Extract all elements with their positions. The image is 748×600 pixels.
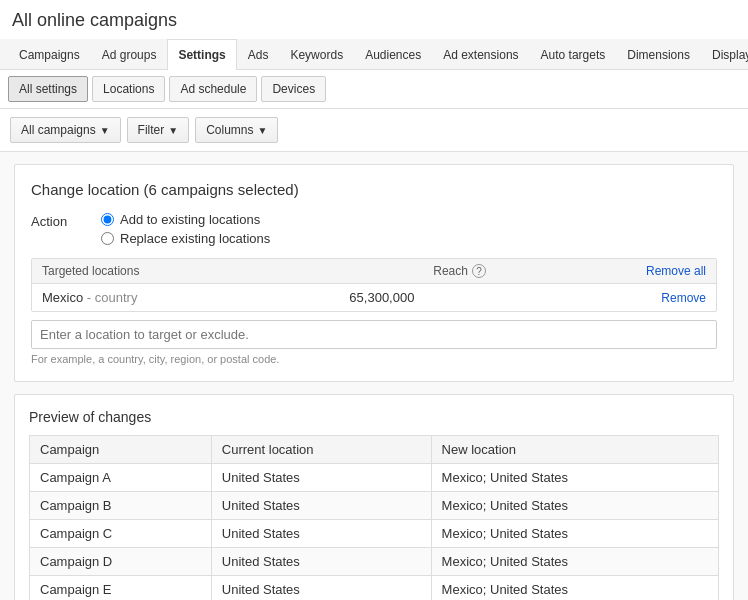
filter-label: Filter <box>138 123 165 137</box>
top-nav-tab-campaigns[interactable]: Campaigns <box>8 39 91 70</box>
top-nav-tab-ad-groups[interactable]: Ad groups <box>91 39 168 70</box>
cell-campaign: Campaign E <box>30 576 212 601</box>
cell-current: United States <box>211 548 431 576</box>
preview-table-body: Campaign AUnited StatesMexico; United St… <box>30 464 719 601</box>
cell-current: United States <box>211 464 431 492</box>
sub-nav-tab-locations[interactable]: Locations <box>92 76 165 102</box>
change-location-panel: Change location (6 campaigns selected) A… <box>14 164 734 382</box>
cell-campaign: Campaign A <box>30 464 212 492</box>
location-input[interactable] <box>31 320 717 349</box>
top-nav-tab-keywords[interactable]: Keywords <box>279 39 354 70</box>
reach-label: Reach <box>433 264 468 278</box>
cell-current: United States <box>211 492 431 520</box>
targeted-locations-header: Targeted locations <box>42 264 139 278</box>
cell-campaign: Campaign D <box>30 548 212 576</box>
top-nav-tab-auto-targets[interactable]: Auto targets <box>530 39 617 70</box>
top-nav-tab-audiences[interactable]: Audiences <box>354 39 432 70</box>
all-campaigns-label: All campaigns <box>21 123 96 137</box>
top-nav-tab-ad-extensions[interactable]: Ad extensions <box>432 39 529 70</box>
top-nav-tabs: CampaignsAd groupsSettingsAdsKeywordsAud… <box>8 39 748 69</box>
col-header-campaign: Campaign <box>30 436 212 464</box>
cell-campaign: Campaign C <box>30 520 212 548</box>
cell-campaign: Campaign B <box>30 492 212 520</box>
preview-section: Preview of changes Campaign Current loca… <box>14 394 734 600</box>
radio-replace[interactable]: Replace existing locations <box>101 231 270 246</box>
columns-button[interactable]: Columns ▼ <box>195 117 278 143</box>
sub-nav-tab-ad-schedule[interactable]: Ad schedule <box>169 76 257 102</box>
input-hint: For example, a country, city, region, or… <box>31 353 717 365</box>
col-header-current: Current location <box>211 436 431 464</box>
radio-add[interactable]: Add to existing locations <box>101 212 270 227</box>
reach-help-icon[interactable]: ? <box>472 264 486 278</box>
location-name: Mexico - country <box>42 290 137 305</box>
main-content: Change location (6 campaigns selected) A… <box>0 152 748 600</box>
radio-replace-label: Replace existing locations <box>120 231 270 246</box>
remove-location-link[interactable]: Remove <box>661 291 706 305</box>
cell-current: United States <box>211 520 431 548</box>
sub-nav-tabs: All settingsLocationsAd scheduleDevices <box>8 76 326 102</box>
top-nav: CampaignsAd groupsSettingsAdsKeywordsAud… <box>0 39 748 70</box>
preview-table: Campaign Current location New location C… <box>29 435 719 600</box>
top-nav-tab-ads[interactable]: Ads <box>237 39 280 70</box>
panel-title: Change location (6 campaigns selected) <box>31 181 717 198</box>
location-reach: 65,300,000 <box>349 290 449 305</box>
reach-header: Reach ? <box>433 264 486 278</box>
columns-label: Columns <box>206 123 253 137</box>
top-nav-tab-dimensions[interactable]: Dimensions <box>616 39 701 70</box>
action-label: Action <box>31 212 101 229</box>
cell-new: Mexico; United States <box>431 520 718 548</box>
top-nav-tab-settings[interactable]: Settings <box>167 39 236 70</box>
radio-add-label: Add to existing locations <box>120 212 260 227</box>
locations-table-header: Targeted locations Reach ? Remove all <box>32 259 716 284</box>
filter-arrow-icon: ▼ <box>168 125 178 136</box>
table-row: Campaign DUnited StatesMexico; United St… <box>30 548 719 576</box>
cell-current: United States <box>211 576 431 601</box>
table-row: Campaign AUnited StatesMexico; United St… <box>30 464 719 492</box>
top-nav-tab-display-network[interactable]: Display Network <box>701 39 748 70</box>
cell-new: Mexico; United States <box>431 548 718 576</box>
table-row: Campaign BUnited StatesMexico; United St… <box>30 492 719 520</box>
location-row: Mexico - country 65,300,000 Remove <box>32 284 716 311</box>
page-title: All online campaigns <box>0 0 748 39</box>
table-row: Campaign EUnited StatesMexico; United St… <box>30 576 719 601</box>
all-campaigns-arrow-icon: ▼ <box>100 125 110 136</box>
preview-table-header-row: Campaign Current location New location <box>30 436 719 464</box>
cell-new: Mexico; United States <box>431 464 718 492</box>
sub-nav-tab-devices[interactable]: Devices <box>261 76 326 102</box>
cell-new: Mexico; United States <box>431 576 718 601</box>
table-row: Campaign CUnited StatesMexico; United St… <box>30 520 719 548</box>
radio-add-input[interactable] <box>101 213 114 226</box>
sub-nav-tab-all-settings[interactable]: All settings <box>8 76 88 102</box>
col-header-new: New location <box>431 436 718 464</box>
preview-title: Preview of changes <box>29 409 719 425</box>
sub-nav: All settingsLocationsAd scheduleDevices <box>0 70 748 109</box>
toolbar: All campaigns ▼ Filter ▼ Columns ▼ <box>0 109 748 152</box>
all-campaigns-button[interactable]: All campaigns ▼ <box>10 117 121 143</box>
cell-new: Mexico; United States <box>431 492 718 520</box>
filter-button[interactable]: Filter ▼ <box>127 117 190 143</box>
action-row: Action Add to existing locations Replace… <box>31 212 717 246</box>
remove-all-link[interactable]: Remove all <box>646 264 706 278</box>
locations-table: Targeted locations Reach ? Remove all Me… <box>31 258 717 312</box>
columns-arrow-icon: ▼ <box>258 125 268 136</box>
radio-group: Add to existing locations Replace existi… <box>101 212 270 246</box>
radio-replace-input[interactable] <box>101 232 114 245</box>
